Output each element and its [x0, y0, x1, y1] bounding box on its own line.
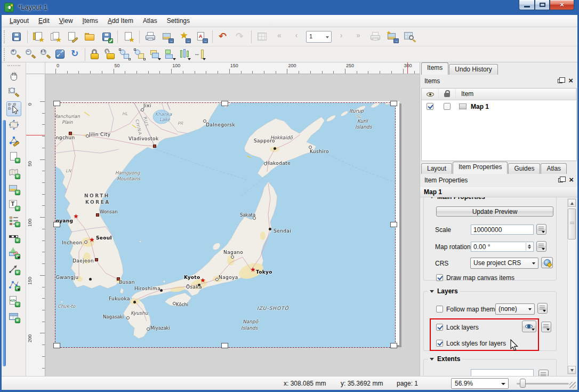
zoom-out-button[interactable]: − [23, 47, 37, 61]
follow-map-theme-checkbox[interactable] [436, 306, 443, 313]
duplicate-layout-button[interactable] [47, 29, 63, 45]
new-layout-button[interactable] [30, 29, 46, 45]
ungroup-items-button[interactable] [133, 47, 147, 61]
lock-layers-data-defined-override-button[interactable] [541, 322, 551, 332]
add-attribute-table-button[interactable]: + [6, 309, 21, 324]
add-map-button[interactable]: + [6, 165, 21, 180]
tab-layout[interactable]: Layout [421, 163, 452, 174]
atlas-next-feature-button[interactable]: › [333, 29, 349, 45]
export-as-svg-button[interactable]: → [176, 29, 192, 45]
maximize-button[interactable] [535, 0, 550, 10]
export-atlas-as-image-button[interactable]: → [384, 29, 400, 45]
raise-selected-items-button[interactable] [148, 47, 162, 61]
add-html-button[interactable]: </>+ [6, 293, 21, 308]
scroll-up-icon[interactable] [568, 199, 576, 207]
tab-item-properties[interactable]: Item Properties [453, 162, 508, 174]
add-label-button[interactable]: T+ [6, 197, 21, 212]
redo-button[interactable]: ↷ [232, 29, 248, 45]
atlas-previous-feature-button[interactable]: ‹ [288, 29, 304, 45]
float-panel-icon[interactable] [558, 79, 562, 83]
atlas-settings-button[interactable] [254, 29, 270, 45]
close-panel-icon[interactable]: × [568, 76, 573, 85]
print-atlas-button[interactable] [367, 29, 383, 45]
scrollbar-thumb[interactable] [568, 209, 576, 239]
map1-lock-checkbox[interactable] [444, 103, 451, 110]
print-layout-button[interactable] [142, 29, 158, 45]
lock-selected-items-button[interactable] [88, 47, 102, 61]
refresh-view-button[interactable]: ↻ [68, 47, 82, 61]
zoom-actual-size-button[interactable]: 1:1 [38, 47, 52, 61]
toolbox-scrollbar[interactable] [3, 120, 6, 366]
menu-items[interactable]: Items [78, 15, 103, 26]
close-button[interactable]: × [550, 0, 574, 10]
add-legend-button[interactable]: + [6, 213, 21, 228]
scale-data-defined-override-button[interactable] [536, 224, 546, 235]
export-as-pdf-button[interactable]: A→ [194, 29, 210, 45]
menu-add-item[interactable]: Add Item [103, 15, 138, 26]
zoom-tool-button[interactable] [6, 85, 21, 100]
undo-button[interactable]: ↶ [215, 29, 231, 45]
minimize-button[interactable] [519, 0, 535, 10]
scale-input[interactable]: 10000000 [471, 225, 534, 235]
add-node-item-button[interactable]: + [6, 277, 21, 292]
pan-layout-button[interactable] [6, 69, 21, 84]
resize-handle-top-right[interactable] [390, 101, 397, 106]
atlas-first-feature-button[interactable]: « [271, 29, 287, 45]
menu-atlas[interactable]: Atlas [138, 15, 162, 26]
extents-input[interactable] [471, 369, 534, 376]
menu-layout[interactable]: Layout [5, 15, 34, 26]
draw-map-canvas-items-checkbox[interactable] [436, 274, 443, 281]
zoom-in-button[interactable]: + [9, 47, 22, 61]
toolbar-drag-handle[interactable] [7, 65, 20, 67]
unlock-all-items-button[interactable] [103, 47, 117, 61]
atlas-feature-combo[interactable]: 1 [306, 31, 332, 43]
zoom-level-combo[interactable]: 56.9% [451, 378, 509, 389]
add-arrow-button[interactable]: + [6, 261, 21, 276]
layout-canvas[interactable]: JixiManchurianPlainHLRUS.CHINAKhankaLake… [45, 74, 420, 376]
add-shape-button[interactable]: + [6, 245, 21, 260]
export-as-image-button[interactable]: → [159, 29, 175, 45]
resize-handle-bottom-left[interactable] [53, 343, 60, 348]
map-rotation-spinbox[interactable]: 0.00 ° [471, 242, 534, 252]
group-items-button[interactable] [118, 47, 132, 61]
add-page-button[interactable]: + [6, 149, 21, 164]
menu-settings[interactable]: Settings [162, 15, 195, 26]
layers-group-header[interactable]: Layers [428, 287, 460, 295]
add-scalebar-button[interactable]: + [6, 229, 21, 244]
resize-handle-bottom-center[interactable] [221, 343, 228, 348]
menu-view[interactable]: View [54, 15, 78, 26]
tab-atlas[interactable]: Atlas [541, 163, 567, 174]
zoom-full-extent-button[interactable]: ↗↙ [53, 47, 67, 61]
menu-edit[interactable]: Edit [34, 15, 54, 26]
open-layout-button[interactable] [82, 29, 98, 45]
layout-manager-button[interactable] [65, 29, 81, 45]
extents-data-defined-override-button[interactable] [538, 370, 549, 376]
add-pages-button[interactable] [120, 29, 136, 45]
crs-combo[interactable]: Use project CRS [470, 258, 538, 269]
float-panel-icon[interactable] [558, 178, 563, 182]
resize-handle-top-left[interactable] [53, 101, 60, 106]
map-item[interactable]: JixiManchurianPlainHLRUS.CHINAKhankaLake… [55, 102, 396, 348]
resize-grip[interactable] [569, 382, 576, 388]
crs-select-button[interactable] [541, 257, 553, 268]
update-preview-button[interactable]: Update Preview [436, 206, 553, 217]
resize-handle-middle-right[interactable] [390, 222, 397, 227]
tab-guides[interactable]: Guides [508, 163, 540, 174]
spin-arrows-icon[interactable] [526, 243, 533, 251]
add-picture-button[interactable]: + [6, 181, 21, 196]
zoom-slider-thumb[interactable] [520, 379, 526, 388]
preview-atlas-button[interactable] [401, 29, 417, 45]
map-theme-combo[interactable]: (none) [495, 303, 535, 315]
resize-selected-items-button[interactable]: ↔ [192, 47, 206, 61]
scroll-down-icon[interactable] [568, 366, 576, 374]
tab-undo-history[interactable]: Undo History [449, 64, 497, 75]
atlas-last-feature-button[interactable]: » [350, 29, 366, 45]
titlebar[interactable]: Q *Layout 1 × [0, 0, 579, 15]
main-properties-group-header[interactable]: Main Properties [428, 197, 487, 201]
map1-visibility-checkbox[interactable] [427, 103, 433, 110]
theme-data-defined-override-button[interactable] [537, 303, 548, 314]
select-move-item-button[interactable] [6, 101, 21, 116]
edit-nodes-item-button[interactable] [6, 133, 21, 148]
distribute-selected-items-button[interactable] [178, 47, 191, 61]
rotation-data-defined-override-button[interactable] [536, 241, 546, 252]
